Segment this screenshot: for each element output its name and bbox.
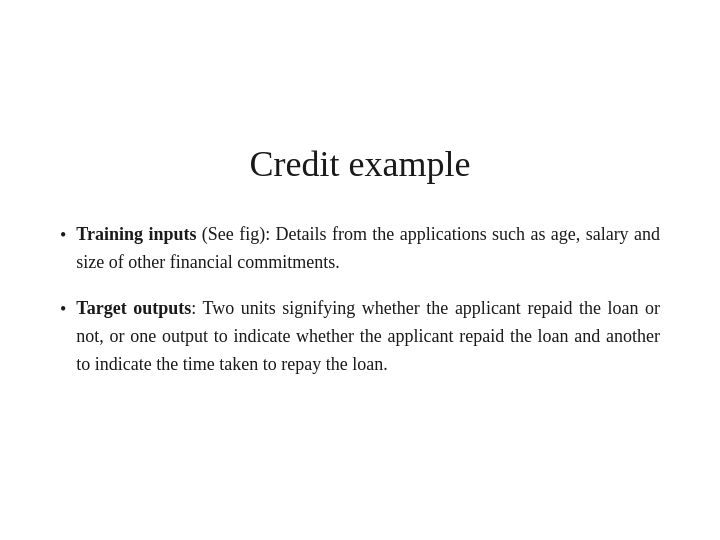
slide-content: • Training inputs (See fig): Details fro…	[60, 221, 660, 378]
bullet-label-target: Target outputs	[76, 298, 191, 318]
bullet-label-training: Training inputs	[76, 224, 196, 244]
slide-container: Credit example • Training inputs (See fi…	[60, 143, 660, 396]
bullet-dot-1: •	[60, 222, 66, 250]
bullet-text-training: Training inputs (See fig): Details from …	[76, 221, 660, 277]
bullet-item-target: • Target outputs: Two units signifying w…	[60, 295, 660, 379]
bullet-dot-2: •	[60, 296, 66, 324]
bullet-text-target: Target outputs: Two units signifying whe…	[76, 295, 660, 379]
bullet-item-training: • Training inputs (See fig): Details fro…	[60, 221, 660, 277]
slide-title: Credit example	[60, 143, 660, 185]
